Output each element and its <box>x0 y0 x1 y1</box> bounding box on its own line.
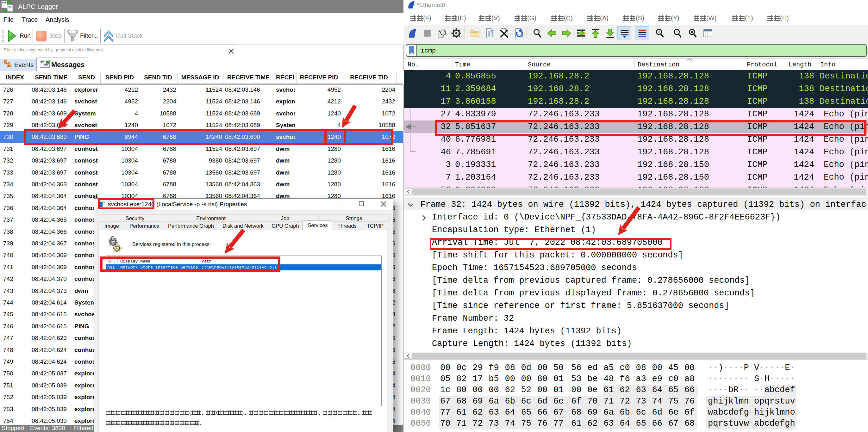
svg-text:0111: 0111 <box>487 35 493 38</box>
